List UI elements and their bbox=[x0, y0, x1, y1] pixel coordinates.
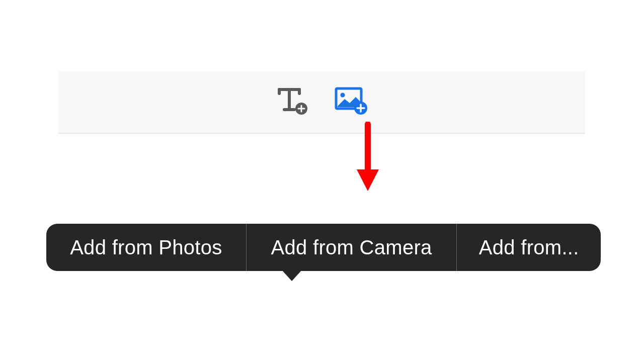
add-image-popover: Add from Photos Add from Camera Add from… bbox=[46, 224, 601, 271]
add-text-icon bbox=[277, 86, 308, 118]
popover-item-label: Add from Photos bbox=[70, 236, 222, 259]
add-image-icon bbox=[335, 87, 368, 117]
add-text-button[interactable] bbox=[276, 85, 310, 119]
add-from-photos-button[interactable]: Add from Photos bbox=[46, 224, 246, 271]
toolbar bbox=[58, 71, 585, 134]
popover-item-label: Add from Camera bbox=[271, 236, 432, 259]
svg-marker-5 bbox=[357, 169, 379, 191]
add-from-more-button[interactable]: Add from... bbox=[456, 224, 601, 271]
popover-item-label: Add from... bbox=[479, 236, 579, 259]
popover-caret-icon bbox=[282, 270, 302, 281]
add-from-camera-button[interactable]: Add from Camera bbox=[246, 224, 457, 271]
svg-point-2 bbox=[340, 93, 345, 98]
add-image-button[interactable] bbox=[334, 85, 368, 119]
